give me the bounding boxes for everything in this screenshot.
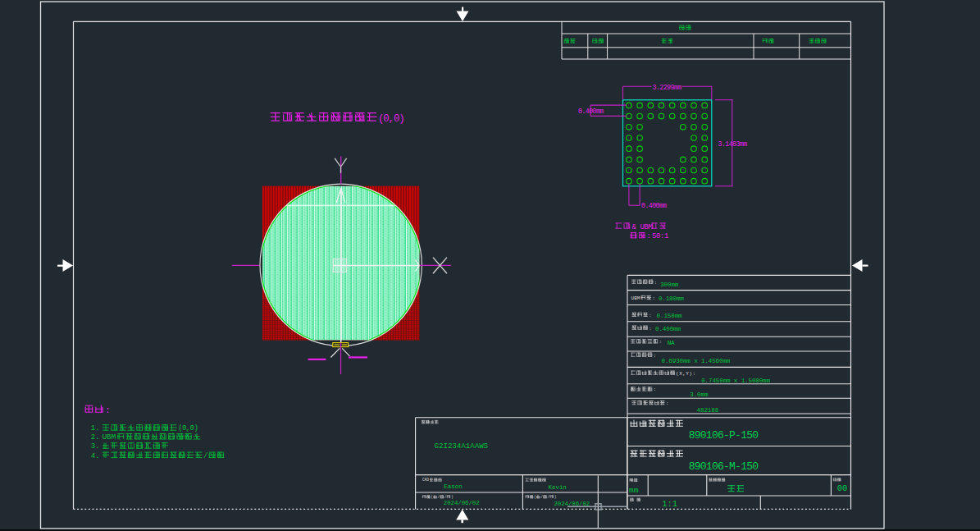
svg-text:G2I234A1AAWS: G2I234A1AAWS — [435, 442, 489, 451]
svg-text:(: ( — [534, 495, 536, 499]
svg-text:1.: 1. — [91, 424, 100, 433]
svg-text:2024/06/02: 2024/06/02 — [444, 500, 480, 506]
svg-text:0.400mm: 0.400mm — [641, 202, 667, 209]
svg-text:0.150mm: 0.150mm — [657, 313, 682, 319]
svg-text:890106-P-150: 890106-P-150 — [689, 429, 759, 442]
svg-text::: : — [654, 387, 657, 392]
svg-text:890106-M-150: 890106-M-150 — [689, 460, 759, 473]
svg-text:& UBM: & UBM — [632, 223, 653, 231]
svg-text::: : — [654, 280, 658, 286]
svg-text:0.400mm: 0.400mm — [578, 108, 604, 115]
svg-text:/: / — [540, 495, 543, 499]
svg-text:3.: 3. — [91, 442, 100, 451]
svg-text:/: / — [438, 495, 440, 499]
svg-text::: : — [647, 231, 651, 240]
svg-text:mm: mm — [629, 486, 639, 495]
svg-text::: : — [692, 371, 695, 377]
svg-text:2.: 2. — [91, 433, 100, 442]
svg-text::: : — [649, 326, 652, 332]
svg-text:Kevin: Kevin — [549, 484, 567, 491]
svg-text:,: , — [682, 371, 686, 377]
svg-text:Eason: Eason — [444, 483, 463, 490]
svg-text:300mm: 300mm — [660, 282, 679, 288]
svg-text:3.2299mm: 3.2299mm — [653, 84, 682, 91]
svg-text:UBM: UBM — [103, 433, 116, 442]
svg-text:2024/06/02: 2024/06/02 — [554, 501, 590, 507]
svg-text:(: ( — [676, 371, 679, 377]
svg-text:0.180mm: 0.180mm — [659, 295, 684, 302]
svg-text::: : — [652, 295, 655, 301]
svg-text:3.1483mm: 3.1483mm — [718, 140, 748, 148]
svg-text:3.0mm: 3.0mm — [690, 391, 709, 398]
svg-text:UBM: UBM — [631, 295, 640, 301]
svg-text:(: ( — [431, 495, 433, 499]
svg-text:(0,0): (0,0) — [178, 424, 198, 433]
svg-text:NA: NA — [668, 340, 675, 346]
svg-text:1:1: 1:1 — [662, 499, 677, 509]
svg-text:/: / — [203, 451, 208, 460]
svg-text:/: / — [547, 495, 549, 499]
svg-text::: : — [666, 401, 669, 406]
svg-text:): ) — [451, 495, 454, 499]
svg-text::: : — [649, 313, 652, 318]
svg-text:): ) — [689, 371, 692, 377]
svg-text:CAD: CAD — [422, 478, 429, 482]
svg-text:4.: 4. — [91, 452, 100, 460]
svg-text:): ) — [554, 495, 557, 499]
svg-text::: : — [659, 339, 662, 345]
svg-text::: : — [105, 405, 111, 415]
svg-text:0.6930mm x 1.4560mm: 0.6930mm x 1.4560mm — [662, 358, 731, 364]
svg-text:0.400mm: 0.400mm — [655, 326, 681, 332]
svg-text:(0,0): (0,0) — [378, 113, 404, 125]
svg-text:00: 00 — [837, 483, 848, 493]
svg-text:50:1: 50:1 — [652, 232, 668, 240]
svg-text:482188: 482188 — [697, 407, 719, 414]
svg-text::: : — [654, 353, 657, 359]
svg-text:/: / — [444, 495, 447, 499]
svg-text:0.7450mm x 1.5080mm: 0.7450mm x 1.5080mm — [701, 378, 770, 384]
